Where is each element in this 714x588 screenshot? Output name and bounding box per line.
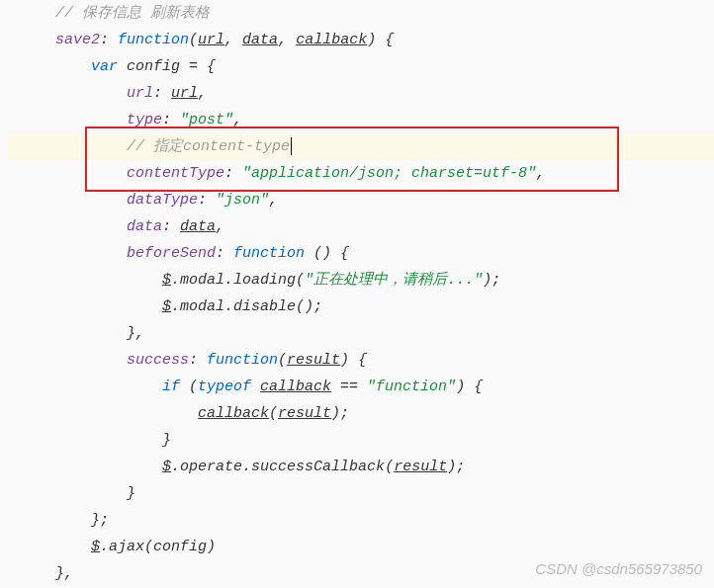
code-line: }, bbox=[8, 560, 714, 587]
code-line: }; bbox=[8, 507, 714, 534]
code-line: // 保存信息 刷新表格 bbox=[8, 0, 714, 27]
code-line: }, bbox=[8, 320, 714, 347]
code-line: if (typeof callback == "function") { bbox=[8, 374, 714, 400]
code-line: url: url, bbox=[8, 80, 714, 107]
code-line: $.ajax(config) bbox=[8, 534, 714, 560]
code-line: $.modal.loading("正在处理中，请稍后..."); bbox=[8, 267, 714, 294]
code-line: var config = { bbox=[8, 53, 714, 80]
code-line-highlighted: // 指定content-type bbox=[8, 133, 714, 160]
comment: // 指定content-type bbox=[127, 138, 290, 155]
code-line: dataType: "json", bbox=[8, 187, 714, 213]
code-line: contentType: "application/json; charset=… bbox=[8, 160, 714, 187]
code-line: data: data, bbox=[8, 213, 714, 240]
code-line: $.operate.successCallback(result); bbox=[8, 454, 714, 480]
code-line: beforeSend: function () { bbox=[8, 240, 714, 267]
code-editor: // 保存信息 刷新表格 save2: function(url, data, … bbox=[8, 0, 714, 587]
text-cursor bbox=[291, 137, 292, 155]
code-line: $.modal.disable(); bbox=[8, 294, 714, 320]
code-line: save2: function(url, data, callback) { bbox=[8, 27, 714, 53]
code-line: callback(result); bbox=[8, 400, 714, 427]
comment: // 保存信息 刷新表格 bbox=[55, 5, 210, 22]
code-line: success: function(result) { bbox=[8, 347, 714, 374]
code-line: } bbox=[8, 480, 714, 507]
code-line: } bbox=[8, 427, 714, 454]
code-line: type: "post", bbox=[8, 107, 714, 133]
